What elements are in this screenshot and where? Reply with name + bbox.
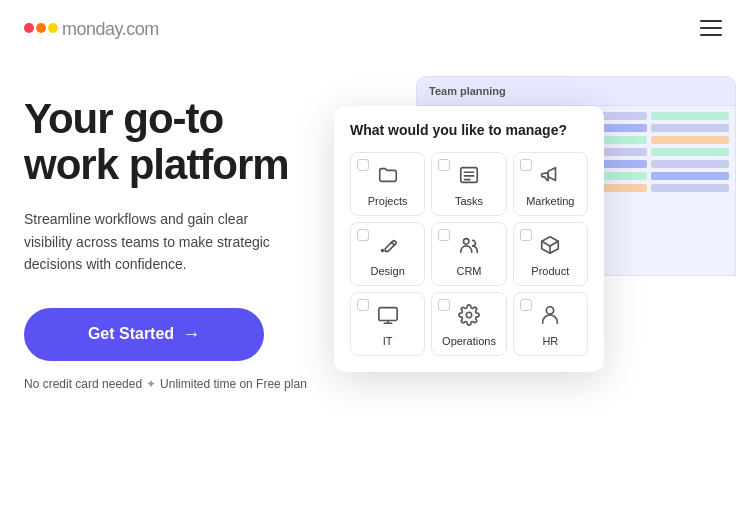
pen-tool-icon [374,231,402,259]
left-column: Your go-to work platform Streamline work… [24,76,324,391]
checkbox-it[interactable] [357,299,369,311]
checkbox-hr[interactable] [520,299,532,311]
grid-item-operations[interactable]: Operations [431,292,506,356]
checkbox-projects[interactable] [357,159,369,171]
checklist-icon [455,161,483,189]
grid-label-hr: HR [542,335,558,347]
hamburger-line-1 [700,20,722,22]
settings-icon [455,301,483,329]
cta-arrow-icon: → [182,324,200,345]
logo-dot-yellow [48,23,58,33]
person-icon [536,301,564,329]
main-content: Your go-to work platform Streamline work… [0,56,750,496]
fine-print-text1: No credit card needed [24,377,142,391]
mockup-title: Team planning [417,77,735,106]
megaphone-icon [536,161,564,189]
grid-item-tasks[interactable]: Tasks [431,152,506,216]
grid-label-projects: Projects [368,195,408,207]
logo-text: monday.com [62,17,159,40]
fine-print-separator: ✦ [146,377,156,391]
svg-point-10 [466,312,472,318]
hamburger-line-3 [700,34,722,36]
users-group-icon [455,231,483,259]
grid-label-crm: CRM [456,265,481,277]
logo-dots [24,23,58,33]
headline: Your go-to work platform [24,96,324,188]
svg-rect-7 [378,308,396,321]
header: monday.com [0,0,750,56]
checkbox-crm[interactable] [438,229,450,241]
modal-title: What would you like to manage? [350,122,588,138]
checkbox-operations[interactable] [438,299,450,311]
checkbox-product[interactable] [520,229,532,241]
grid-item-crm[interactable]: CRM [431,222,506,286]
folder-icon [374,161,402,189]
checkbox-marketing[interactable] [520,159,532,171]
headline-line1: Your go-to [24,95,223,142]
grid-item-hr[interactable]: HR [513,292,588,356]
options-grid: ProjectsTasksMarketingDesignCRMProductIT… [350,152,588,356]
fine-print: No credit card needed ✦ Unlimited time o… [24,377,324,391]
logo-dot-red [24,23,34,33]
logo[interactable]: monday.com [24,17,159,40]
svg-point-4 [381,250,383,252]
hamburger-menu-button[interactable] [696,16,726,40]
grid-label-design: Design [371,265,405,277]
grid-label-product: Product [531,265,569,277]
svg-point-5 [463,239,469,245]
grid-label-marketing: Marketing [526,195,574,207]
grid-item-marketing[interactable]: Marketing [513,152,588,216]
get-started-button[interactable]: Get Started → [24,308,264,361]
manage-modal: What would you like to manage? ProjectsT… [334,106,604,372]
grid-label-operations: Operations [442,335,496,347]
grid-item-product[interactable]: Product [513,222,588,286]
logo-wordmark: monday [62,19,122,39]
grid-item-design[interactable]: Design [350,222,425,286]
box-icon [536,231,564,259]
grid-label-it: IT [383,335,393,347]
grid-item-projects[interactable]: Projects [350,152,425,216]
logo-dot-orange [36,23,46,33]
fine-print-text2: Unlimited time on Free plan [160,377,307,391]
grid-item-it[interactable]: IT [350,292,425,356]
monitor-icon [374,301,402,329]
checkbox-design[interactable] [357,229,369,241]
svg-point-11 [547,307,554,314]
grid-label-tasks: Tasks [455,195,483,207]
right-column: Team planning [344,76,726,496]
hamburger-line-2 [700,27,722,29]
logo-suffix: .com [122,19,159,39]
subtext: Streamline workflows and gain clear visi… [24,208,284,275]
headline-line2: work platform [24,141,289,188]
checkbox-tasks[interactable] [438,159,450,171]
cta-label: Get Started [88,325,174,343]
